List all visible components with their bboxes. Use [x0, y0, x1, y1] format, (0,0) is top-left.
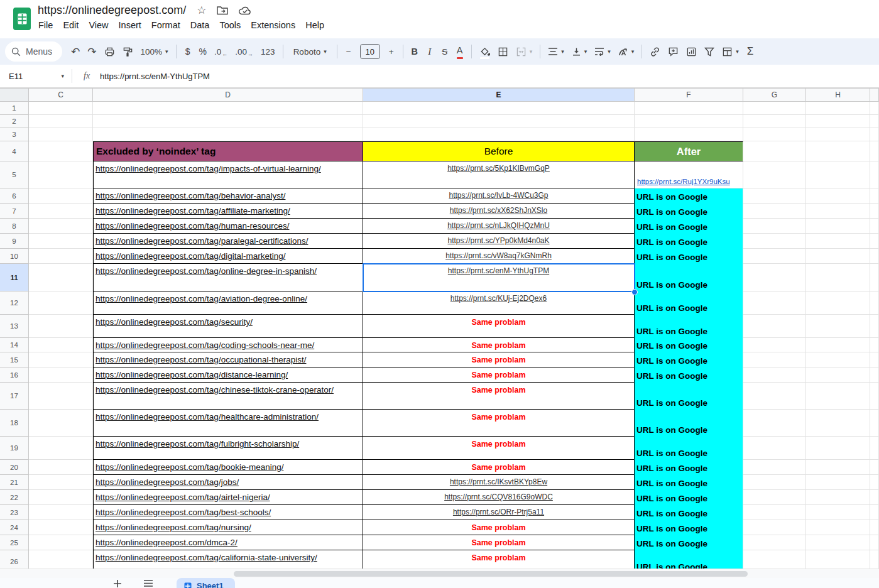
- status-cell-f6[interactable]: URL is on Google: [635, 188, 743, 204]
- cell-H11[interactable]: [806, 264, 870, 291]
- url-cell-d14[interactable]: https://onlinedegreepost.com/tag/coding-…: [93, 338, 363, 352]
- cell-G12[interactable]: [743, 291, 806, 315]
- status-cell-f16[interactable]: URL is on Google: [635, 368, 743, 383]
- cell-F3[interactable]: [635, 128, 743, 141]
- cell-partial23[interactable]: [870, 505, 879, 520]
- url-cell-d11[interactable]: https://onlinedegreepost.com/tag/online-…: [93, 264, 363, 291]
- cell-partial10[interactable]: [870, 249, 879, 264]
- menu-file[interactable]: File: [33, 19, 58, 31]
- row-header-18[interactable]: 18: [0, 410, 29, 437]
- table-views-button[interactable]: ▾: [718, 42, 743, 61]
- status-cell-f19[interactable]: URL is on Google: [635, 437, 743, 460]
- strikethrough-button[interactable]: S: [437, 42, 452, 61]
- cell-H7[interactable]: [806, 204, 870, 219]
- row-header-16[interactable]: 16: [0, 368, 29, 383]
- row-header-2[interactable]: 2: [0, 115, 29, 128]
- cell-partial2[interactable]: [870, 115, 879, 128]
- cell-C13[interactable]: [29, 315, 93, 338]
- url-cell-d25[interactable]: https://onlinedegreepost.com/dmca-2/: [93, 535, 363, 550]
- cell-G15[interactable]: [743, 352, 806, 368]
- cell-C6[interactable]: [29, 188, 93, 204]
- status-cell-f21[interactable]: URL is on Google: [635, 475, 743, 490]
- cell-partial9[interactable]: [870, 234, 879, 249]
- cell-H1[interactable]: [806, 102, 870, 115]
- cell-H8[interactable]: [806, 219, 870, 234]
- url-cell-d23[interactable]: https://onlinedegreepost.com/tag/best-sc…: [93, 505, 363, 520]
- cell-C19[interactable]: [29, 437, 93, 460]
- undo-button[interactable]: ↶: [67, 42, 84, 61]
- url-cell-d9[interactable]: https://onlinedegreepost.com/tag/paraleg…: [93, 234, 363, 249]
- screenshot-link-e10[interactable]: https://prnt.sc/vW8aq7kGNmRh: [363, 249, 635, 264]
- cell-H13[interactable]: [806, 315, 870, 338]
- grid-corner[interactable]: [0, 88, 29, 102]
- cell-H16[interactable]: [806, 368, 870, 383]
- status-cell-f20[interactable]: URL is on Google: [635, 460, 743, 475]
- cell-G2[interactable]: [743, 115, 806, 128]
- row-header-6[interactable]: 6: [0, 188, 29, 204]
- status-cell-f24[interactable]: URL is on Google: [635, 520, 743, 535]
- url-cell-d13[interactable]: https://onlinedegreepost.com/tag/securit…: [93, 315, 363, 338]
- cell-C1[interactable]: [29, 102, 93, 115]
- decrease-decimals-button[interactable]: .0←: [210, 42, 231, 61]
- font-family-select[interactable]: Roboto▾: [287, 42, 333, 61]
- cell-G18[interactable]: [743, 410, 806, 437]
- cell-G6[interactable]: [743, 188, 806, 204]
- url-cell-d17[interactable]: https://onlinedegreepost.com/tag/chinese…: [93, 383, 363, 410]
- cell-C5[interactable]: [29, 161, 93, 188]
- cell-H17[interactable]: [806, 383, 870, 410]
- zoom-select[interactable]: 100%▾: [137, 42, 172, 61]
- screenshot-link-e11[interactable]: https://prnt.sc/enM-YthUgTPM: [363, 264, 635, 291]
- cell-C12[interactable]: [29, 291, 93, 315]
- fill-handle[interactable]: [631, 289, 638, 295]
- status-cell-f14[interactable]: URL is on Google: [635, 338, 743, 352]
- problem-cell-e17[interactable]: Same problam: [363, 383, 635, 410]
- url-cell-d15[interactable]: https://onlinedegreepost.com/tag/occupat…: [93, 352, 363, 368]
- row-header-23[interactable]: 23: [0, 505, 29, 520]
- row-header-12[interactable]: 12: [0, 291, 29, 315]
- url-cell-d26[interactable]: https://onlinedegreepost.com/tag/califor…: [93, 550, 363, 569]
- cell-E1[interactable]: [363, 102, 635, 115]
- cell-partial21[interactable]: [870, 475, 879, 490]
- cell-G11[interactable]: [743, 264, 806, 291]
- problem-cell-e19[interactable]: Same problam: [363, 437, 635, 460]
- after-header-cell[interactable]: After: [635, 141, 743, 161]
- cell-G16[interactable]: [743, 368, 806, 383]
- cell-C22[interactable]: [29, 490, 93, 505]
- cell-H15[interactable]: [806, 352, 870, 368]
- row-header-17[interactable]: 17: [0, 383, 29, 410]
- cell-H5[interactable]: [806, 161, 870, 188]
- cell-H14[interactable]: [806, 338, 870, 352]
- problem-cell-e15[interactable]: Same problam: [363, 352, 635, 368]
- url-cell-d16[interactable]: https://onlinedegreepost.com/tag/distanc…: [93, 368, 363, 383]
- status-cell-f8[interactable]: URL is on Google: [635, 219, 743, 234]
- column-header-G[interactable]: G: [743, 88, 806, 102]
- cell-partial17[interactable]: [870, 383, 879, 410]
- row-header-21[interactable]: 21: [0, 475, 29, 490]
- row-header-25[interactable]: 25: [0, 535, 29, 550]
- fill-color-button[interactable]: [476, 42, 494, 61]
- row-header-1[interactable]: 1: [0, 102, 29, 115]
- cell-partial22[interactable]: [870, 490, 879, 505]
- row-header-22[interactable]: 22: [0, 490, 29, 505]
- cell-C23[interactable]: [29, 505, 93, 520]
- cell-H6[interactable]: [806, 188, 870, 204]
- cell-partial11[interactable]: [870, 264, 879, 291]
- row-header-20[interactable]: 20: [0, 460, 29, 475]
- row-header-4[interactable]: 4: [0, 141, 29, 161]
- status-cell-f15[interactable]: URL is on Google: [635, 352, 743, 368]
- font-size-decrease-button[interactable]: −: [341, 42, 356, 61]
- cell-partial8[interactable]: [870, 219, 879, 234]
- add-sheet-icon[interactable]: [113, 579, 122, 588]
- problem-cell-e18[interactable]: Same problam: [363, 410, 635, 437]
- cell-E3[interactable]: [363, 128, 635, 141]
- url-cell-d18[interactable]: https://onlinedegreepost.com/tag/healthc…: [93, 410, 363, 437]
- italic-button[interactable]: I: [422, 42, 437, 61]
- cell-C11[interactable]: [29, 264, 93, 291]
- cell-G8[interactable]: [743, 219, 806, 234]
- cell-F2[interactable]: [635, 115, 743, 128]
- cell-G24[interactable]: [743, 520, 806, 535]
- cell-H26[interactable]: [806, 550, 870, 569]
- url-cell-d24[interactable]: https://onlinedegreepost.com/tag/nursing…: [93, 520, 363, 535]
- column-header-H[interactable]: H: [806, 88, 870, 102]
- cell-H20[interactable]: [806, 460, 870, 475]
